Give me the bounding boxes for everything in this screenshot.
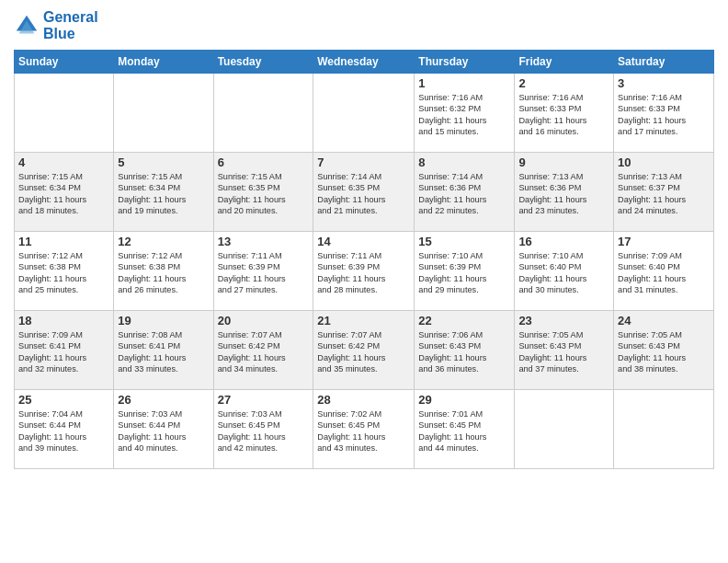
day-number: 15 xyxy=(418,235,510,248)
day-cell-24: 24Sunrise: 7:05 AM Sunset: 6:43 PM Dayli… xyxy=(614,311,714,390)
day-info: Sunrise: 7:09 AM Sunset: 6:40 PM Dayligh… xyxy=(618,250,710,296)
day-info: Sunrise: 7:15 AM Sunset: 6:34 PM Dayligh… xyxy=(118,171,209,217)
day-info: Sunrise: 7:05 AM Sunset: 6:43 PM Dayligh… xyxy=(518,329,609,375)
day-info: Sunrise: 7:12 AM Sunset: 6:38 PM Dayligh… xyxy=(18,250,109,296)
day-cell-12: 12Sunrise: 7:12 AM Sunset: 6:38 PM Dayli… xyxy=(114,232,213,311)
day-number: 11 xyxy=(18,235,109,248)
empty-cell xyxy=(515,390,614,469)
day-number: 24 xyxy=(618,314,710,327)
day-number: 1 xyxy=(418,76,510,90)
day-number: 23 xyxy=(518,314,609,327)
empty-cell xyxy=(114,74,213,153)
day-number: 21 xyxy=(317,314,410,327)
day-number: 2 xyxy=(518,76,609,90)
day-cell-8: 8Sunrise: 7:14 AM Sunset: 6:36 PM Daylig… xyxy=(415,153,515,232)
day-cell-7: 7Sunrise: 7:14 AM Sunset: 6:35 PM Daylig… xyxy=(313,153,415,232)
day-info: Sunrise: 7:13 AM Sunset: 6:36 PM Dayligh… xyxy=(518,171,609,217)
day-info: Sunrise: 7:11 AM Sunset: 6:39 PM Dayligh… xyxy=(317,250,410,296)
day-cell-18: 18Sunrise: 7:09 AM Sunset: 6:41 PM Dayli… xyxy=(15,311,114,390)
day-cell-5: 5Sunrise: 7:15 AM Sunset: 6:34 PM Daylig… xyxy=(114,153,213,232)
day-info: Sunrise: 7:14 AM Sunset: 6:35 PM Dayligh… xyxy=(317,171,410,217)
day-number: 3 xyxy=(618,76,710,90)
day-cell-13: 13Sunrise: 7:11 AM Sunset: 6:39 PM Dayli… xyxy=(213,232,313,311)
day-cell-15: 15Sunrise: 7:10 AM Sunset: 6:39 PM Dayli… xyxy=(415,232,515,311)
weekday-header-tuesday: Tuesday xyxy=(213,51,313,74)
day-number: 29 xyxy=(418,393,510,407)
day-number: 26 xyxy=(118,393,209,407)
day-cell-2: 2Sunrise: 7:16 AM Sunset: 6:33 PM Daylig… xyxy=(515,74,614,153)
day-cell-25: 25Sunrise: 7:04 AM Sunset: 6:44 PM Dayli… xyxy=(15,390,114,469)
day-number: 4 xyxy=(18,155,109,169)
day-info: Sunrise: 7:02 AM Sunset: 6:45 PM Dayligh… xyxy=(317,408,410,454)
header: General Blue xyxy=(14,9,714,42)
day-cell-22: 22Sunrise: 7:06 AM Sunset: 6:43 PM Dayli… xyxy=(415,311,515,390)
week-row-1: 1Sunrise: 7:16 AM Sunset: 6:32 PM Daylig… xyxy=(15,74,714,153)
day-info: Sunrise: 7:03 AM Sunset: 6:44 PM Dayligh… xyxy=(118,408,209,454)
day-info: Sunrise: 7:05 AM Sunset: 6:43 PM Dayligh… xyxy=(618,329,710,375)
day-cell-10: 10Sunrise: 7:13 AM Sunset: 6:37 PM Dayli… xyxy=(614,153,714,232)
day-number: 14 xyxy=(317,235,410,248)
day-cell-16: 16Sunrise: 7:10 AM Sunset: 6:40 PM Dayli… xyxy=(515,232,614,311)
day-number: 25 xyxy=(18,393,109,407)
day-info: Sunrise: 7:10 AM Sunset: 6:40 PM Dayligh… xyxy=(518,250,609,296)
day-info: Sunrise: 7:07 AM Sunset: 6:42 PM Dayligh… xyxy=(317,329,410,375)
day-info: Sunrise: 7:01 AM Sunset: 6:45 PM Dayligh… xyxy=(418,408,510,454)
weekday-header-row: SundayMondayTuesdayWednesdayThursdayFrid… xyxy=(15,51,714,74)
day-info: Sunrise: 7:04 AM Sunset: 6:44 PM Dayligh… xyxy=(18,408,109,454)
day-number: 20 xyxy=(218,314,310,327)
day-cell-1: 1Sunrise: 7:16 AM Sunset: 6:32 PM Daylig… xyxy=(415,74,515,153)
day-info: Sunrise: 7:14 AM Sunset: 6:36 PM Dayligh… xyxy=(418,171,510,217)
empty-cell xyxy=(15,74,114,153)
day-info: Sunrise: 7:08 AM Sunset: 6:41 PM Dayligh… xyxy=(118,329,209,375)
day-cell-3: 3Sunrise: 7:16 AM Sunset: 6:33 PM Daylig… xyxy=(614,74,714,153)
day-number: 7 xyxy=(317,155,410,169)
day-info: Sunrise: 7:15 AM Sunset: 6:34 PM Dayligh… xyxy=(18,171,109,217)
day-number: 18 xyxy=(18,314,109,327)
day-info: Sunrise: 7:16 AM Sunset: 6:33 PM Dayligh… xyxy=(518,92,609,138)
week-row-5: 25Sunrise: 7:04 AM Sunset: 6:44 PM Dayli… xyxy=(15,390,714,469)
day-info: Sunrise: 7:03 AM Sunset: 6:45 PM Dayligh… xyxy=(218,408,310,454)
day-cell-4: 4Sunrise: 7:15 AM Sunset: 6:34 PM Daylig… xyxy=(15,153,114,232)
day-info: Sunrise: 7:15 AM Sunset: 6:35 PM Dayligh… xyxy=(218,171,310,217)
day-cell-28: 28Sunrise: 7:02 AM Sunset: 6:45 PM Dayli… xyxy=(313,390,415,469)
day-number: 13 xyxy=(218,235,310,248)
day-number: 17 xyxy=(618,235,710,248)
weekday-header-monday: Monday xyxy=(114,51,213,74)
day-number: 27 xyxy=(218,393,310,407)
day-cell-19: 19Sunrise: 7:08 AM Sunset: 6:41 PM Dayli… xyxy=(114,311,213,390)
weekday-header-wednesday: Wednesday xyxy=(313,51,415,74)
day-info: Sunrise: 7:12 AM Sunset: 6:38 PM Dayligh… xyxy=(118,250,209,296)
day-number: 19 xyxy=(118,314,209,327)
day-number: 5 xyxy=(118,155,209,169)
day-cell-21: 21Sunrise: 7:07 AM Sunset: 6:42 PM Dayli… xyxy=(313,311,415,390)
day-info: Sunrise: 7:13 AM Sunset: 6:37 PM Dayligh… xyxy=(618,171,710,217)
day-cell-9: 9Sunrise: 7:13 AM Sunset: 6:36 PM Daylig… xyxy=(515,153,614,232)
day-number: 9 xyxy=(518,155,609,169)
week-row-3: 11Sunrise: 7:12 AM Sunset: 6:38 PM Dayli… xyxy=(15,232,714,311)
day-cell-11: 11Sunrise: 7:12 AM Sunset: 6:38 PM Dayli… xyxy=(15,232,114,311)
day-info: Sunrise: 7:16 AM Sunset: 6:32 PM Dayligh… xyxy=(418,92,510,138)
day-cell-6: 6Sunrise: 7:15 AM Sunset: 6:35 PM Daylig… xyxy=(213,153,313,232)
day-cell-20: 20Sunrise: 7:07 AM Sunset: 6:42 PM Dayli… xyxy=(213,311,313,390)
day-info: Sunrise: 7:09 AM Sunset: 6:41 PM Dayligh… xyxy=(18,329,109,375)
day-info: Sunrise: 7:10 AM Sunset: 6:39 PM Dayligh… xyxy=(418,250,510,296)
weekday-header-saturday: Saturday xyxy=(614,51,714,74)
day-number: 12 xyxy=(118,235,209,248)
week-row-2: 4Sunrise: 7:15 AM Sunset: 6:34 PM Daylig… xyxy=(15,153,714,232)
week-row-4: 18Sunrise: 7:09 AM Sunset: 6:41 PM Dayli… xyxy=(15,311,714,390)
day-cell-27: 27Sunrise: 7:03 AM Sunset: 6:45 PM Dayli… xyxy=(213,390,313,469)
day-number: 10 xyxy=(618,155,710,169)
day-cell-23: 23Sunrise: 7:05 AM Sunset: 6:43 PM Dayli… xyxy=(515,311,614,390)
day-info: Sunrise: 7:07 AM Sunset: 6:42 PM Dayligh… xyxy=(218,329,310,375)
empty-cell xyxy=(614,390,714,469)
weekday-header-thursday: Thursday xyxy=(415,51,515,74)
logo: General Blue xyxy=(14,9,98,42)
weekday-header-sunday: Sunday xyxy=(15,51,114,74)
day-number: 22 xyxy=(418,314,510,327)
day-info: Sunrise: 7:16 AM Sunset: 6:33 PM Dayligh… xyxy=(618,92,710,138)
day-number: 8 xyxy=(418,155,510,169)
day-cell-17: 17Sunrise: 7:09 AM Sunset: 6:40 PM Dayli… xyxy=(614,232,714,311)
day-info: Sunrise: 7:06 AM Sunset: 6:43 PM Dayligh… xyxy=(418,329,510,375)
weekday-header-friday: Friday xyxy=(515,51,614,74)
logo-icon xyxy=(14,13,40,39)
